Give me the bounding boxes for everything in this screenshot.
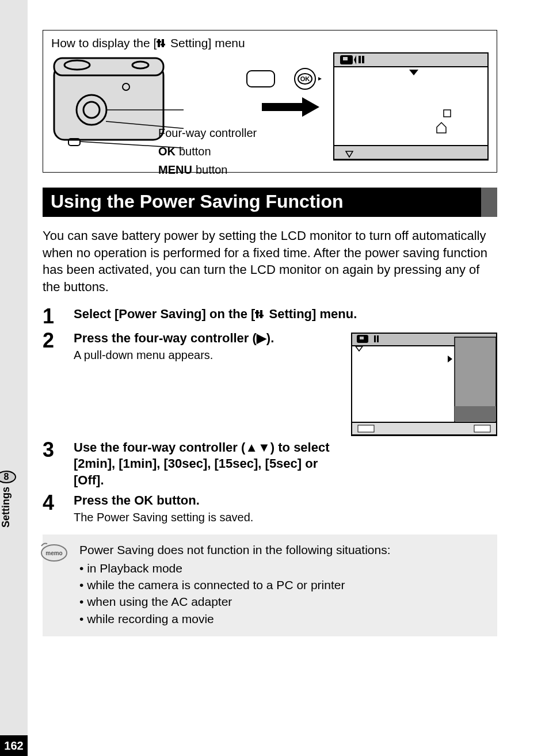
svg-rect-40 — [360, 337, 364, 339]
step-4: 4 Press the OK button. The Power Saving … — [43, 492, 497, 525]
menu-screen-illustration — [333, 52, 489, 161]
svg-rect-28 — [362, 56, 364, 63]
intro-paragraph: You can save battery power by setting th… — [43, 227, 497, 296]
svg-rect-20 — [262, 103, 302, 111]
svg-text:memo: memo — [45, 550, 62, 556]
section-heading-endcap — [481, 188, 497, 217]
step1-heading-post: Setting] menu. — [265, 307, 357, 321]
svg-rect-33 — [256, 310, 258, 318]
setting-icon — [157, 37, 167, 48]
chapter-tab: 8 Settings — [0, 471, 16, 528]
step-number: 1 — [43, 306, 60, 327]
callout-ok-bold: OK — [158, 142, 176, 161]
step4-heading-post: button. — [153, 493, 200, 507]
howto-box: How to display the [ Setting] menu — [43, 30, 497, 173]
svg-rect-29 — [334, 146, 488, 159]
svg-marker-19 — [318, 77, 322, 81]
setting-icon — [255, 307, 265, 318]
section-title: Using the Power Saving Function — [43, 188, 481, 217]
page-content: How to display the [ Setting] menu — [43, 30, 497, 636]
step-number: 2 — [43, 330, 60, 436]
howto-title-post: Setting] menu — [167, 36, 245, 49]
svg-rect-35 — [255, 312, 260, 314]
memo-item: when using the AC adapter — [79, 593, 488, 610]
howto-title-pre: How to display the [ — [51, 36, 157, 49]
svg-rect-25 — [343, 57, 348, 60]
left-rail: 8 Settings 162 — [0, 0, 28, 756]
svg-rect-48 — [358, 425, 374, 432]
svg-marker-21 — [302, 97, 319, 117]
step-3: 3 Use the four-way controller (▲▼) to se… — [43, 440, 497, 489]
callout-ok-rest: button — [179, 142, 211, 161]
chapter-number: 8 — [4, 472, 9, 482]
svg-rect-44 — [455, 406, 496, 421]
pulldown-screen-illustration — [351, 333, 497, 436]
ok-button-diagram: OK — [245, 67, 325, 131]
memo-item: in Playback mode — [79, 560, 488, 576]
svg-rect-27 — [359, 56, 361, 63]
svg-rect-42 — [377, 335, 379, 342]
svg-rect-15 — [247, 71, 274, 87]
svg-rect-1 — [162, 39, 164, 47]
svg-rect-22 — [334, 53, 488, 160]
step-number: 3 — [43, 440, 60, 489]
step-1: 1 Select [Power Saving] on the [ Setting… — [43, 306, 497, 327]
step-subtext: The Power Saving setting is saved. — [74, 511, 497, 524]
steps-list: 1 Select [Power Saving] on the [ Setting… — [43, 306, 497, 524]
step-heading: Select [Power Saving] on the [ Setting] … — [74, 306, 497, 323]
callout-menu-rest: button — [196, 161, 228, 179]
howto-title: How to display the [ Setting] menu — [51, 36, 489, 50]
svg-rect-49 — [474, 425, 490, 432]
callout-ok: OK button — [158, 142, 257, 161]
step4-heading-bold: OK — [134, 493, 153, 507]
chapter-number-badge: 8 — [0, 471, 16, 483]
step-number: 4 — [43, 492, 60, 525]
svg-rect-23 — [334, 53, 488, 67]
memo-lead: Power Saving does not function in the fo… — [79, 541, 488, 558]
svg-rect-41 — [374, 335, 376, 342]
memo-block: memo Power Saving does not function in t… — [43, 534, 497, 636]
callout-menu-bold: MENU — [158, 161, 192, 179]
step1-heading-pre: Select [Power Saving] on the [ — [74, 307, 255, 321]
svg-rect-36 — [259, 315, 264, 316]
page-number: 162 — [0, 735, 28, 756]
section-heading: Using the Power Saving Function — [43, 188, 497, 217]
step-2: 2 — [43, 330, 497, 436]
svg-text:OK: OK — [300, 75, 310, 82]
callout-controller-text: Four-way controller — [158, 124, 257, 142]
memo-list: in Playback mode while the camera is con… — [79, 560, 488, 628]
svg-rect-34 — [260, 310, 262, 318]
svg-rect-2 — [157, 41, 161, 43]
svg-rect-3 — [161, 44, 165, 45]
memo-badge: memo — [37, 540, 68, 567]
step4-heading-pre: Press the — [74, 493, 134, 507]
chapter-label: Settings — [0, 487, 12, 528]
callout-controller: Four-way controller — [158, 124, 257, 142]
memo-item: while recording a movie — [79, 610, 488, 627]
step-heading: Use the four-way controller (▲▼) to sele… — [74, 440, 338, 489]
memo-item: while the camera is connected to a PC or… — [79, 576, 488, 593]
step-heading: Press the OK button. — [74, 492, 497, 509]
callout-labels: Four-way controller OK button MENU butto… — [158, 124, 257, 179]
svg-rect-0 — [158, 39, 160, 47]
callout-menu: MENU button — [158, 161, 257, 179]
